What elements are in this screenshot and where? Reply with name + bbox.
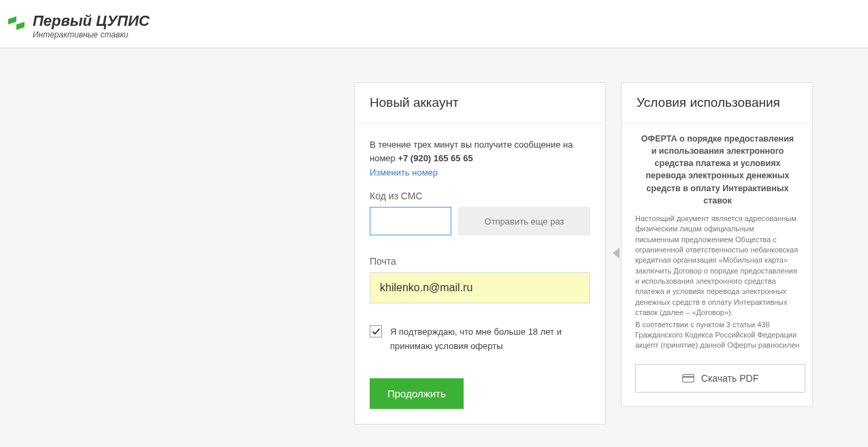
- brand-subtitle: Интерактивные ставки: [33, 30, 150, 39]
- svg-rect-1: [683, 376, 694, 378]
- sms-code-input[interactable]: [370, 207, 451, 235]
- logo-icon: [7, 15, 26, 34]
- site-header: Первый ЦУПИС Интерактивные ставки: [0, 0, 868, 48]
- sms-info-text: В течение трех минут вы получите сообщен…: [370, 138, 590, 165]
- card-icon: [682, 374, 694, 383]
- email-label: Почта: [370, 256, 590, 267]
- resend-sms-button[interactable]: Отправить еще раз: [458, 207, 590, 235]
- download-label: Скачать PDF: [701, 373, 758, 384]
- email-input[interactable]: [370, 272, 590, 303]
- terms-doc-heading: ОФЕРТА о порядке предоставления и исполь…: [635, 133, 800, 207]
- brand-logo[interactable]: Первый ЦУПИС Интерактивные ставки: [7, 14, 861, 39]
- brand-title: Первый ЦУПИС: [33, 14, 150, 29]
- age-confirm-checkbox[interactable]: [370, 325, 382, 337]
- continue-button[interactable]: Продолжить: [370, 378, 464, 409]
- download-pdf-button[interactable]: Скачать PDF: [635, 364, 805, 393]
- sms-code-label: Код из СМС: [370, 191, 590, 201]
- terms-title: Условия использования: [622, 83, 812, 123]
- phone-number: +7 (920) 165 65 65: [398, 153, 472, 163]
- terms-scroll-area[interactable]: ОФЕРТА о порядке предоставления и исполь…: [635, 133, 805, 350]
- change-number-link[interactable]: Изменить номер: [370, 167, 438, 178]
- terms-para-2: В соответствии с пунктом 3 статьи 438 Гр…: [635, 320, 800, 350]
- terms-doc-body: Настоящий документ является адресованным…: [635, 214, 800, 350]
- card-title: Новый аккаунт: [355, 83, 605, 123]
- svg-rect-0: [683, 374, 694, 382]
- checkmark-icon: [372, 327, 381, 336]
- confirm-text: Я подтверждаю, что мне больше 18 лет и п…: [390, 325, 590, 354]
- registration-card: Новый аккаунт В течение трех минут вы по…: [354, 82, 606, 425]
- terms-card: Условия использования ОФЕРТА о порядке п…: [621, 82, 813, 407]
- pointer-icon: [613, 248, 620, 259]
- terms-para-1: Настоящий документ является адресованным…: [635, 214, 800, 318]
